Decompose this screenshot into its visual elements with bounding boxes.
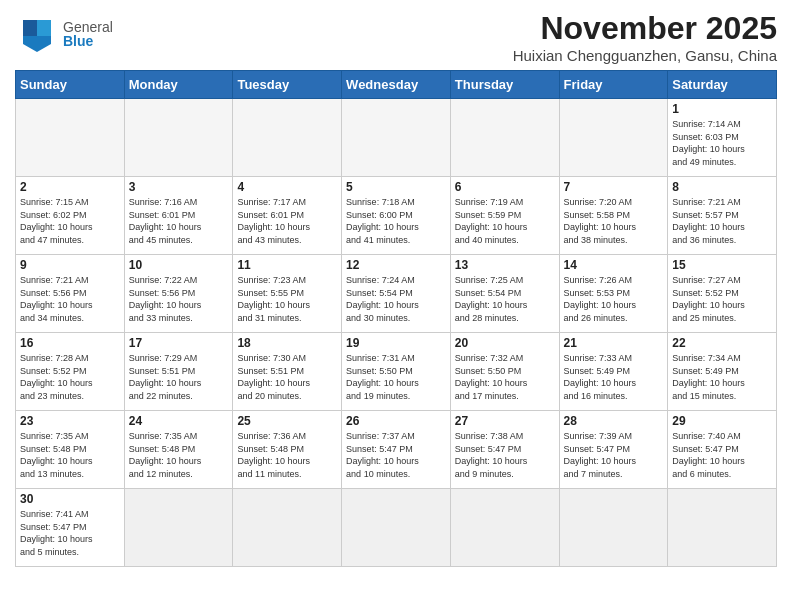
day-number: 2: [20, 180, 120, 194]
day-info: Sunrise: 7:32 AM Sunset: 5:50 PM Dayligh…: [455, 352, 555, 402]
weekday-header-saturday: Saturday: [668, 71, 777, 99]
day-info: Sunrise: 7:19 AM Sunset: 5:59 PM Dayligh…: [455, 196, 555, 246]
calendar-day-cell: 14Sunrise: 7:26 AM Sunset: 5:53 PM Dayli…: [559, 255, 668, 333]
day-info: Sunrise: 7:34 AM Sunset: 5:49 PM Dayligh…: [672, 352, 772, 402]
calendar-day-cell: [233, 99, 342, 177]
weekday-header-thursday: Thursday: [450, 71, 559, 99]
day-info: Sunrise: 7:27 AM Sunset: 5:52 PM Dayligh…: [672, 274, 772, 324]
day-number: 18: [237, 336, 337, 350]
calendar-day-cell: [450, 99, 559, 177]
day-number: 25: [237, 414, 337, 428]
day-number: 19: [346, 336, 446, 350]
day-number: 3: [129, 180, 229, 194]
day-number: 21: [564, 336, 664, 350]
calendar-day-cell: [233, 489, 342, 567]
calendar-day-cell: [124, 489, 233, 567]
day-info: Sunrise: 7:17 AM Sunset: 6:01 PM Dayligh…: [237, 196, 337, 246]
calendar-week-row: 16Sunrise: 7:28 AM Sunset: 5:52 PM Dayli…: [16, 333, 777, 411]
day-info: Sunrise: 7:33 AM Sunset: 5:49 PM Dayligh…: [564, 352, 664, 402]
day-number: 4: [237, 180, 337, 194]
month-title: November 2025: [513, 10, 777, 47]
calendar-day-cell: 28Sunrise: 7:39 AM Sunset: 5:47 PM Dayli…: [559, 411, 668, 489]
calendar-day-cell: [342, 489, 451, 567]
weekday-header-sunday: Sunday: [16, 71, 125, 99]
calendar-day-cell: 21Sunrise: 7:33 AM Sunset: 5:49 PM Dayli…: [559, 333, 668, 411]
calendar-day-cell: 3Sunrise: 7:16 AM Sunset: 6:01 PM Daylig…: [124, 177, 233, 255]
day-number: 20: [455, 336, 555, 350]
weekday-header-friday: Friday: [559, 71, 668, 99]
svg-marker-2: [37, 20, 51, 36]
calendar-day-cell: 17Sunrise: 7:29 AM Sunset: 5:51 PM Dayli…: [124, 333, 233, 411]
calendar-header-row: SundayMondayTuesdayWednesdayThursdayFrid…: [16, 71, 777, 99]
calendar-week-row: 2Sunrise: 7:15 AM Sunset: 6:02 PM Daylig…: [16, 177, 777, 255]
day-info: Sunrise: 7:31 AM Sunset: 5:50 PM Dayligh…: [346, 352, 446, 402]
calendar-day-cell: 6Sunrise: 7:19 AM Sunset: 5:59 PM Daylig…: [450, 177, 559, 255]
day-info: Sunrise: 7:24 AM Sunset: 5:54 PM Dayligh…: [346, 274, 446, 324]
calendar-day-cell: 1Sunrise: 7:14 AM Sunset: 6:03 PM Daylig…: [668, 99, 777, 177]
calendar-day-cell: [124, 99, 233, 177]
day-info: Sunrise: 7:18 AM Sunset: 6:00 PM Dayligh…: [346, 196, 446, 246]
calendar-day-cell: 8Sunrise: 7:21 AM Sunset: 5:57 PM Daylig…: [668, 177, 777, 255]
logo-text: General Blue: [63, 20, 113, 48]
weekday-header-wednesday: Wednesday: [342, 71, 451, 99]
calendar-day-cell: [450, 489, 559, 567]
calendar-day-cell: 4Sunrise: 7:17 AM Sunset: 6:01 PM Daylig…: [233, 177, 342, 255]
logo: General Blue: [15, 16, 113, 52]
day-number: 22: [672, 336, 772, 350]
day-number: 29: [672, 414, 772, 428]
day-info: Sunrise: 7:29 AM Sunset: 5:51 PM Dayligh…: [129, 352, 229, 402]
calendar-day-cell: 15Sunrise: 7:27 AM Sunset: 5:52 PM Dayli…: [668, 255, 777, 333]
weekday-header-monday: Monday: [124, 71, 233, 99]
day-info: Sunrise: 7:35 AM Sunset: 5:48 PM Dayligh…: [129, 430, 229, 480]
day-number: 27: [455, 414, 555, 428]
weekday-header-tuesday: Tuesday: [233, 71, 342, 99]
day-number: 1: [672, 102, 772, 116]
calendar-day-cell: 7Sunrise: 7:20 AM Sunset: 5:58 PM Daylig…: [559, 177, 668, 255]
day-number: 5: [346, 180, 446, 194]
location-subtitle: Huixian Chengguanzhen, Gansu, China: [513, 47, 777, 64]
calendar-week-row: 1Sunrise: 7:14 AM Sunset: 6:03 PM Daylig…: [16, 99, 777, 177]
day-number: 13: [455, 258, 555, 272]
day-number: 14: [564, 258, 664, 272]
day-number: 30: [20, 492, 120, 506]
calendar-day-cell: 24Sunrise: 7:35 AM Sunset: 5:48 PM Dayli…: [124, 411, 233, 489]
calendar-day-cell: 22Sunrise: 7:34 AM Sunset: 5:49 PM Dayli…: [668, 333, 777, 411]
calendar-day-cell: [342, 99, 451, 177]
calendar-day-cell: 9Sunrise: 7:21 AM Sunset: 5:56 PM Daylig…: [16, 255, 125, 333]
day-number: 28: [564, 414, 664, 428]
header: General Blue November 2025 Huixian Cheng…: [15, 10, 777, 64]
calendar-week-row: 9Sunrise: 7:21 AM Sunset: 5:56 PM Daylig…: [16, 255, 777, 333]
calendar-day-cell: 2Sunrise: 7:15 AM Sunset: 6:02 PM Daylig…: [16, 177, 125, 255]
day-info: Sunrise: 7:21 AM Sunset: 5:57 PM Dayligh…: [672, 196, 772, 246]
day-info: Sunrise: 7:30 AM Sunset: 5:51 PM Dayligh…: [237, 352, 337, 402]
calendar-day-cell: 13Sunrise: 7:25 AM Sunset: 5:54 PM Dayli…: [450, 255, 559, 333]
day-info: Sunrise: 7:35 AM Sunset: 5:48 PM Dayligh…: [20, 430, 120, 480]
day-number: 16: [20, 336, 120, 350]
day-info: Sunrise: 7:21 AM Sunset: 5:56 PM Dayligh…: [20, 274, 120, 324]
day-number: 15: [672, 258, 772, 272]
calendar-day-cell: 23Sunrise: 7:35 AM Sunset: 5:48 PM Dayli…: [16, 411, 125, 489]
calendar-day-cell: 25Sunrise: 7:36 AM Sunset: 5:48 PM Dayli…: [233, 411, 342, 489]
day-info: Sunrise: 7:23 AM Sunset: 5:55 PM Dayligh…: [237, 274, 337, 324]
day-number: 12: [346, 258, 446, 272]
day-info: Sunrise: 7:36 AM Sunset: 5:48 PM Dayligh…: [237, 430, 337, 480]
calendar-day-cell: [668, 489, 777, 567]
day-number: 24: [129, 414, 229, 428]
day-number: 9: [20, 258, 120, 272]
calendar-day-cell: 18Sunrise: 7:30 AM Sunset: 5:51 PM Dayli…: [233, 333, 342, 411]
calendar-day-cell: 5Sunrise: 7:18 AM Sunset: 6:00 PM Daylig…: [342, 177, 451, 255]
day-number: 7: [564, 180, 664, 194]
day-number: 10: [129, 258, 229, 272]
calendar-day-cell: 20Sunrise: 7:32 AM Sunset: 5:50 PM Dayli…: [450, 333, 559, 411]
title-block: November 2025 Huixian Chengguanzhen, Gan…: [513, 10, 777, 64]
calendar-week-row: 30Sunrise: 7:41 AM Sunset: 5:47 PM Dayli…: [16, 489, 777, 567]
day-info: Sunrise: 7:22 AM Sunset: 5:56 PM Dayligh…: [129, 274, 229, 324]
calendar-day-cell: 30Sunrise: 7:41 AM Sunset: 5:47 PM Dayli…: [16, 489, 125, 567]
svg-marker-1: [23, 20, 37, 36]
day-number: 23: [20, 414, 120, 428]
day-info: Sunrise: 7:28 AM Sunset: 5:52 PM Dayligh…: [20, 352, 120, 402]
day-number: 6: [455, 180, 555, 194]
day-info: Sunrise: 7:16 AM Sunset: 6:01 PM Dayligh…: [129, 196, 229, 246]
day-info: Sunrise: 7:41 AM Sunset: 5:47 PM Dayligh…: [20, 508, 120, 558]
calendar-day-cell: 27Sunrise: 7:38 AM Sunset: 5:47 PM Dayli…: [450, 411, 559, 489]
